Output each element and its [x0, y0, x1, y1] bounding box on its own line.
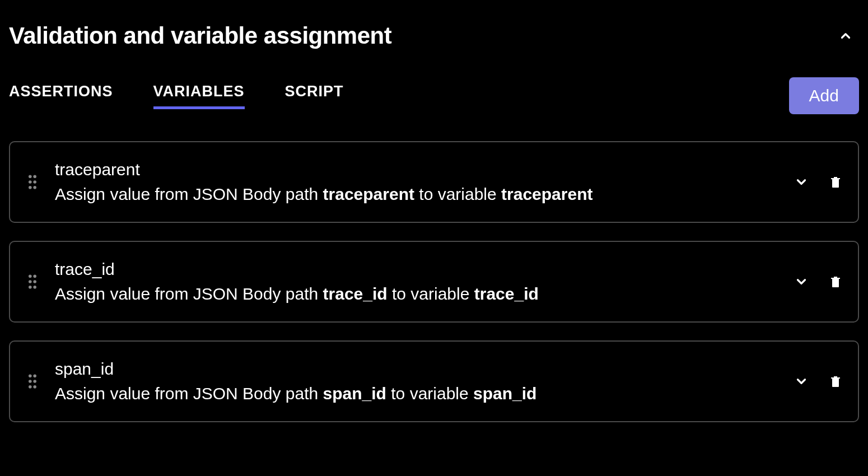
trash-icon — [829, 374, 842, 389]
variable-description: Assign value from JSON Body path tracepa… — [55, 185, 778, 204]
variable-content: traceparent Assign value from JSON Body … — [55, 160, 778, 204]
svg-point-2 — [29, 180, 32, 184]
expand-variable-button[interactable] — [794, 175, 809, 189]
collapse-toggle[interactable] — [838, 28, 853, 44]
tab-variables[interactable]: VARIABLES — [153, 83, 245, 109]
svg-point-0 — [29, 175, 32, 178]
trash-icon — [829, 174, 842, 190]
svg-point-10 — [29, 286, 32, 289]
chevron-down-icon — [794, 374, 809, 389]
svg-point-17 — [33, 385, 36, 389]
variable-description: Assign value from JSON Body path span_id… — [55, 384, 778, 403]
drag-handle[interactable] — [26, 274, 39, 290]
tabs-container: ASSERTIONS VARIABLES SCRIPT — [9, 83, 344, 109]
expand-variable-button[interactable] — [794, 374, 809, 389]
trash-icon — [829, 274, 842, 290]
svg-point-4 — [29, 186, 32, 189]
delete-variable-button[interactable] — [829, 374, 842, 389]
expand-variable-button[interactable] — [794, 274, 809, 289]
svg-point-5 — [33, 186, 36, 189]
tab-assertions[interactable]: ASSERTIONS — [9, 83, 113, 109]
svg-point-13 — [33, 374, 36, 377]
variable-name: trace_id — [55, 260, 778, 279]
variable-card: span_id Assign value from JSON Body path… — [9, 340, 859, 422]
svg-point-1 — [33, 175, 36, 178]
variable-content: trace_id Assign value from JSON Body pat… — [55, 260, 778, 304]
variable-card: trace_id Assign value from JSON Body pat… — [9, 241, 859, 323]
svg-point-15 — [33, 380, 36, 383]
tabs-row: ASSERTIONS VARIABLES SCRIPT Add — [9, 77, 859, 114]
drag-dots-icon — [27, 274, 38, 290]
delete-variable-button[interactable] — [829, 274, 842, 290]
variable-name: traceparent — [55, 160, 778, 179]
drag-handle[interactable] — [26, 174, 39, 190]
section-header: Validation and variable assignment — [9, 22, 859, 49]
card-actions — [794, 274, 842, 290]
variable-list: traceparent Assign value from JSON Body … — [9, 141, 859, 422]
card-actions — [794, 374, 842, 389]
variable-content: span_id Assign value from JSON Body path… — [55, 360, 778, 403]
section-title: Validation and variable assignment — [9, 22, 391, 49]
svg-point-11 — [33, 286, 36, 289]
svg-point-14 — [29, 380, 32, 383]
card-actions — [794, 174, 842, 190]
svg-point-8 — [29, 280, 32, 283]
add-button[interactable]: Add — [789, 77, 859, 114]
variable-card: traceparent Assign value from JSON Body … — [9, 141, 859, 223]
chevron-down-icon — [794, 175, 809, 189]
drag-handle[interactable] — [26, 374, 39, 389]
svg-point-9 — [33, 280, 36, 283]
drag-dots-icon — [27, 374, 38, 389]
drag-dots-icon — [27, 174, 38, 190]
tab-script[interactable]: SCRIPT — [285, 83, 344, 109]
svg-point-12 — [29, 374, 32, 377]
svg-point-3 — [33, 180, 36, 184]
variable-name: span_id — [55, 360, 778, 379]
delete-variable-button[interactable] — [829, 174, 842, 190]
svg-point-16 — [29, 385, 32, 389]
svg-point-6 — [29, 274, 32, 278]
chevron-down-icon — [794, 274, 809, 289]
svg-point-7 — [33, 274, 36, 278]
chevron-up-icon — [838, 29, 853, 43]
variable-description: Assign value from JSON Body path trace_i… — [55, 284, 778, 304]
